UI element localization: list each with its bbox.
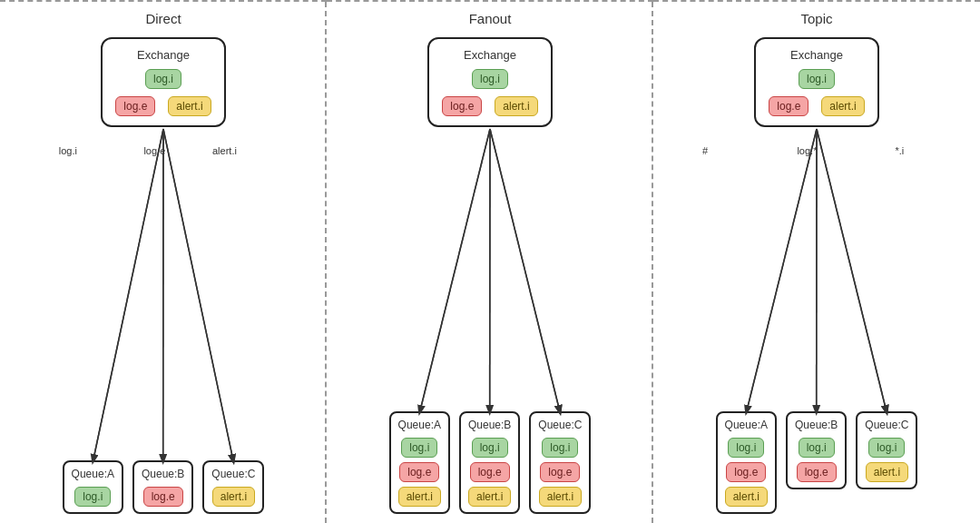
exchange-label: Exchange: [137, 48, 190, 62]
exchange-tag-alert.i: alert.i: [495, 96, 537, 116]
queue-tag-alert.i: alert.i: [866, 462, 908, 482]
queue-tag-log.i: log.i: [542, 438, 578, 458]
routing-label-log.i: log.i: [59, 145, 77, 156]
exchange-tag-log.i: log.i: [472, 69, 508, 89]
queue-tag-log.e: log.e: [470, 462, 510, 482]
exchange-tag-alert.i: alert.i: [168, 96, 211, 116]
queue-tag-log.i: log.i: [472, 438, 508, 458]
queue-tag-alert.i: alert.i: [398, 487, 441, 507]
routing-label-alert.i: alert.i: [212, 145, 237, 156]
queue-tag-log.e: log.e: [399, 462, 439, 482]
exchange-label: Exchange: [464, 48, 516, 62]
queue-box-direct-1: Queue:Blog.e: [132, 460, 193, 514]
queue-tag-log.i: log.i: [74, 487, 111, 507]
queue-tag-alert.i: alert.i: [212, 487, 255, 507]
queue-box-topic-1: Queue:Blog.ilog.e: [786, 411, 847, 489]
queue-tag-log.i: log.i: [401, 438, 437, 458]
queue-label: Queue:A: [725, 419, 768, 431]
routing-label-log.e: log.e: [143, 145, 165, 156]
queue-tag-log.e: log.e: [797, 462, 837, 482]
queues-row-direct: Queue:Alog.iQueue:Blog.eQueue:Calert.i: [63, 460, 265, 523]
exchange-tag-alert.i: alert.i: [821, 96, 864, 116]
queues-row-topic: Queue:Alog.ilog.ealert.iQueue:Blog.ilog.…: [716, 411, 918, 523]
queue-box-topic-0: Queue:Alog.ilog.ealert.i: [716, 411, 777, 514]
queue-box-fanout-0: Queue:Alog.ilog.ealert.i: [389, 411, 450, 514]
queue-label: Queue:C: [211, 468, 255, 480]
section-title-direct: Direct: [145, 11, 181, 26]
queue-label: Queue:B: [795, 419, 838, 431]
queue-box-fanout-2: Queue:Clog.ilog.ealert.i: [529, 411, 591, 514]
exchange-tag-log.i: log.i: [145, 69, 181, 89]
queue-box-direct-0: Queue:Alog.i: [63, 460, 123, 514]
queue-label: Queue:B: [142, 468, 184, 480]
exchange-tag-log.e: log.e: [769, 96, 808, 116]
main-container: DirectExchangelog.ilog.ealert.ilog.ilog.…: [0, 0, 980, 523]
queue-label: Queue:C: [865, 419, 908, 431]
mid-area-fanout: [327, 127, 653, 411]
mid-area-direct: log.ilog.ealert.i: [0, 127, 327, 460]
queue-box-direct-2: Queue:Calert.i: [202, 460, 264, 514]
routing-label-log.*: log.*: [797, 145, 817, 156]
queues-row-fanout: Queue:Alog.ilog.ealert.iQueue:Blog.ilog.…: [389, 411, 592, 523]
queue-label: Queue:A: [398, 419, 441, 431]
exchange-box-direct: Exchangelog.ilog.ealert.i: [101, 37, 225, 127]
queue-box-fanout-1: Queue:Blog.ilog.ealert.i: [459, 411, 520, 514]
section-fanout: FanoutExchangelog.ilog.ealert.iQueue:Alo…: [327, 0, 653, 523]
queue-tag-alert.i: alert.i: [725, 487, 768, 507]
routing-label-#: #: [702, 145, 708, 156]
queue-label: Queue:A: [72, 468, 114, 480]
queue-tag-log.i: log.i: [799, 438, 835, 458]
queue-label: Queue:C: [538, 419, 582, 431]
queue-label: Queue:B: [468, 419, 511, 431]
section-topic: TopicExchangelog.ilog.ealert.i#log.**.iQ…: [653, 0, 980, 523]
queue-tag-log.i: log.i: [728, 438, 764, 458]
section-direct: DirectExchangelog.ilog.ealert.ilog.ilog.…: [0, 0, 327, 523]
exchange-box-topic: Exchangelog.ilog.ealert.i: [754, 37, 878, 127]
mid-area-topic: #log.**.i: [653, 127, 980, 411]
exchange-label: Exchange: [790, 48, 843, 62]
routing-label-*.i: *.i: [895, 145, 904, 156]
exchange-tag-log.e: log.e: [115, 96, 155, 116]
queue-tag-alert.i: alert.i: [539, 487, 582, 507]
queue-tag-log.e: log.e: [143, 487, 183, 507]
queue-tag-log.e: log.e: [540, 462, 580, 482]
exchange-tag-log.e: log.e: [442, 96, 482, 116]
queue-tag-log.e: log.e: [726, 462, 766, 482]
exchange-tag-log.i: log.i: [799, 69, 835, 89]
queue-box-topic-2: Queue:Clog.ialert.i: [856, 411, 917, 489]
queue-tag-log.i: log.i: [868, 438, 905, 458]
section-title-fanout: Fanout: [469, 11, 512, 26]
queue-tag-alert.i: alert.i: [468, 487, 511, 507]
section-title-topic: Topic: [800, 11, 832, 26]
exchange-box-fanout: Exchangelog.ilog.ealert.i: [427, 37, 552, 127]
